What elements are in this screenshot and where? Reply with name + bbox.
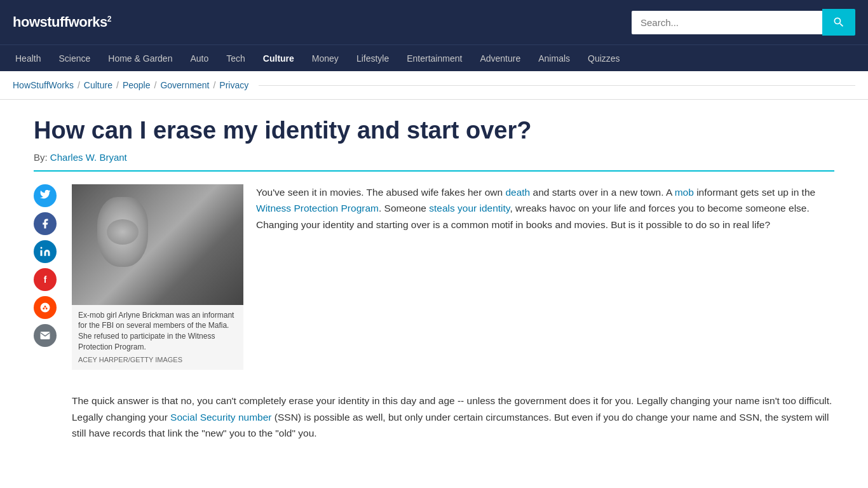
article-body: f Ex-mob bbox=[34, 184, 834, 442]
main-wrapper: How can I erase my identity and start ov… bbox=[21, 100, 847, 448]
nav-quizzes[interactable]: Quizzes bbox=[579, 45, 629, 72]
breadcrumb-sep-4: / bbox=[213, 80, 215, 90]
flipboard-share-button[interactable]: f bbox=[34, 268, 57, 291]
nav-entertainment[interactable]: Entertainment bbox=[398, 45, 471, 72]
twitter-icon bbox=[39, 190, 51, 201]
image-credit: ACEY HARPER/GETTY IMAGES bbox=[78, 355, 237, 365]
article-title: How can I erase my identity and start ov… bbox=[34, 116, 834, 146]
link-death[interactable]: death bbox=[505, 187, 530, 198]
facebook-share-button[interactable] bbox=[34, 212, 57, 235]
link-steals-identity[interactable]: steals your identity bbox=[429, 203, 510, 214]
link-witness-protection[interactable]: Witness Protection Program bbox=[256, 203, 379, 214]
breadcrumb-sep-3: / bbox=[154, 80, 156, 90]
breadcrumb-sep-1: / bbox=[78, 80, 80, 90]
breadcrumb-line bbox=[259, 85, 855, 86]
search-button[interactable] bbox=[822, 9, 855, 36]
email-icon bbox=[39, 330, 51, 341]
image-caption: Ex-mob girl Arlyne Brickman was an infor… bbox=[72, 305, 243, 370]
reddit-share-button[interactable] bbox=[34, 296, 57, 319]
header: howstuffworks2 bbox=[0, 0, 868, 44]
breadcrumb-government[interactable]: Government bbox=[160, 80, 209, 90]
nav-money[interactable]: Money bbox=[303, 45, 348, 72]
nav-animals[interactable]: Animals bbox=[529, 45, 579, 72]
linkedin-share-button[interactable] bbox=[34, 240, 57, 263]
nav-science[interactable]: Science bbox=[50, 45, 99, 72]
social-sidebar: f bbox=[34, 184, 59, 442]
article-content: Ex-mob girl Arlyne Brickman was an infor… bbox=[72, 184, 834, 442]
breadcrumb-home[interactable]: HowStuffWorks bbox=[13, 80, 74, 90]
twitter-share-button[interactable] bbox=[34, 184, 57, 207]
nav-tech[interactable]: Tech bbox=[217, 45, 254, 72]
site-logo[interactable]: howstuffworks2 bbox=[13, 14, 111, 30]
search-icon bbox=[832, 16, 845, 29]
link-mob[interactable]: mob bbox=[675, 187, 694, 198]
author-prefix: By: bbox=[34, 152, 48, 163]
reddit-icon bbox=[39, 302, 51, 313]
nav-adventure[interactable]: Adventure bbox=[471, 45, 529, 72]
breadcrumb: HowStuffWorks / Culture / People / Gover… bbox=[0, 71, 868, 100]
flipboard-icon: f bbox=[44, 274, 47, 285]
nav-auto[interactable]: Auto bbox=[181, 45, 217, 72]
breadcrumb-sep-2: / bbox=[116, 80, 119, 90]
search-container bbox=[632, 9, 855, 36]
email-share-button[interactable] bbox=[34, 324, 57, 347]
nav-lifestyle[interactable]: Lifestyle bbox=[348, 45, 398, 72]
search-input[interactable] bbox=[632, 11, 822, 34]
article-image-block: Ex-mob girl Arlyne Brickman was an infor… bbox=[72, 184, 243, 370]
nav-health[interactable]: Health bbox=[6, 45, 50, 72]
facebook-icon bbox=[39, 218, 51, 229]
article-image-inner bbox=[72, 184, 243, 305]
article-paragraph-2: The quick answer is that no, you can't c… bbox=[72, 393, 834, 442]
article-top: Ex-mob girl Arlyne Brickman was an infor… bbox=[72, 184, 834, 370]
link-ssn[interactable]: Social Security number bbox=[170, 412, 271, 423]
breadcrumb-culture[interactable]: Culture bbox=[84, 80, 112, 90]
article-image bbox=[72, 184, 243, 305]
linkedin-icon bbox=[39, 246, 51, 257]
article-intro: You've seen it in movies. The abused wif… bbox=[256, 184, 834, 370]
article-divider bbox=[34, 170, 834, 172]
author-line: By: Charles W. Bryant bbox=[34, 152, 834, 163]
breadcrumb-privacy[interactable]: Privacy bbox=[219, 80, 248, 90]
svg-point-0 bbox=[41, 247, 43, 248]
breadcrumb-people[interactable]: People bbox=[123, 80, 151, 90]
main-nav: Health Science Home & Garden Auto Tech C… bbox=[0, 44, 868, 71]
nav-home-garden[interactable]: Home & Garden bbox=[99, 45, 181, 72]
nav-culture[interactable]: Culture bbox=[254, 45, 303, 72]
author-link[interactable]: Charles W. Bryant bbox=[50, 152, 127, 163]
